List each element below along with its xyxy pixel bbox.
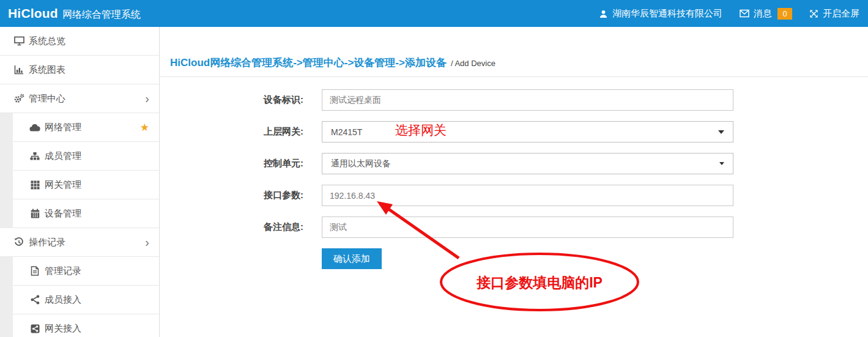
sidebar-item-label: 操作记录: [29, 237, 65, 248]
sidebar-item-gateway-access[interactable]: 网关接入: [13, 314, 159, 337]
main-content: HiCloud网络综合管理系统->管理中心->设备管理->添加设备 / Add …: [159, 27, 868, 337]
messages-label: 消息: [754, 8, 772, 20]
form-row: 上层网关: M2415T: [264, 121, 868, 143]
messages-count-badge: 0: [777, 8, 792, 20]
chevron-right-icon: ›: [145, 92, 149, 105]
remark-input[interactable]: [322, 217, 733, 238]
control-unit-label: 控制单元:: [264, 158, 322, 169]
company-label: 湖南华辰智通科技有限公司: [612, 8, 722, 20]
interface-param-input[interactable]: [322, 185, 733, 206]
bar-chart-icon: [13, 65, 24, 75]
fullscreen-toggle[interactable]: 开启全屏: [809, 8, 859, 20]
sidebar-item-gateway-management[interactable]: 网关管理: [13, 171, 159, 199]
sidebar-item-device-management[interactable]: 设备管理: [13, 199, 159, 228]
remark-label: 备注信息:: [264, 221, 322, 233]
caret-down-icon: [719, 162, 724, 165]
sidebar-item-network-management[interactable]: 网络管理 ★: [13, 113, 159, 142]
user-icon: [599, 9, 608, 18]
breadcrumb-path: HiCloud网络综合管理系统->管理中心->设备管理->添加设备: [170, 56, 447, 70]
interface-param-label: 接口参数:: [264, 190, 322, 201]
topbar: HiCloud 网络综合管理系统 湖南华辰智通科技有限公司 消息 0: [0, 0, 868, 27]
caret-down-icon: [718, 130, 724, 134]
sidebar-item-label: 系统总览: [29, 35, 65, 47]
sidebar-item-system-overview[interactable]: 系统总览: [0, 27, 159, 56]
sidebar-item-management-center[interactable]: 管理中心 ›: [0, 84, 159, 113]
device-id-label: 设备标识:: [264, 94, 322, 106]
confirm-add-button[interactable]: 确认添加: [322, 248, 382, 269]
history-icon: [13, 237, 24, 247]
sidebar-item-management-records[interactable]: 管理记录: [13, 257, 159, 286]
upper-gateway-value: M2415T: [331, 127, 362, 137]
calendar-icon: [29, 209, 40, 218]
share-icon: [29, 295, 40, 305]
company-menu[interactable]: 湖南华辰智通科技有限公司: [599, 8, 722, 20]
device-id-input[interactable]: [322, 89, 733, 111]
app-brand[interactable]: HiCloud 网络综合管理系统: [0, 6, 165, 21]
control-unit-value: 通用以太网设备: [331, 158, 391, 169]
sidebar-item-label: 设备管理: [45, 208, 81, 220]
form-row: 备注信息:: [264, 217, 868, 238]
page: HiCloud 网络综合管理系统 湖南华辰智通科技有限公司 消息 0: [0, 0, 868, 337]
share-square-icon: [29, 324, 40, 333]
gears-icon: [13, 94, 24, 103]
fullscreen-icon: [809, 9, 818, 18]
brand-name: HiCloud: [8, 6, 58, 21]
chevron-right-icon: ›: [145, 236, 149, 248]
document-icon: [29, 266, 40, 276]
sidebar-item-label: 成员接入: [45, 294, 81, 306]
breadcrumb-suffix: / Add Device: [451, 59, 495, 68]
star-icon[interactable]: ★: [140, 122, 149, 133]
sitemap-icon: [29, 152, 40, 161]
sidebar-item-member-access[interactable]: 成员接入: [13, 286, 159, 314]
form-row: 控制单元: 通用以太网设备: [264, 153, 868, 174]
breadcrumb: HiCloud网络综合管理系统->管理中心->设备管理->添加设备 / Add …: [160, 27, 868, 77]
sidebar-item-system-charts[interactable]: 系统图表: [0, 56, 159, 84]
add-device-form: 设备标识: 上层网关: M2415T 控制单元: 通用以太网设备 接口参数:: [160, 77, 868, 269]
envelope-icon: [740, 9, 749, 18]
control-unit-select[interactable]: 通用以太网设备: [322, 153, 733, 174]
cloud-icon: [29, 124, 40, 131]
sidebar-item-label: 网关接入: [45, 323, 81, 335]
grid-icon: [29, 180, 40, 190]
sidebar-item-label: 网关管理: [45, 179, 81, 191]
upper-gateway-label: 上层网关:: [264, 126, 322, 138]
form-row: 接口参数:: [264, 185, 868, 206]
form-row: 设备标识:: [264, 89, 868, 111]
sidebar-item-label: 成员管理: [45, 150, 81, 162]
topbar-right: 湖南华辰智通科技有限公司 消息 0 开启全屏: [599, 8, 868, 20]
brand-suffix: 网络综合管理系统: [62, 9, 141, 21]
sidebar-item-label: 管理记录: [45, 265, 81, 277]
sidebar-item-label: 系统图表: [29, 64, 65, 76]
messages-menu[interactable]: 消息 0: [740, 8, 792, 20]
upper-gateway-select[interactable]: M2415T: [322, 121, 733, 143]
fullscreen-label: 开启全屏: [823, 8, 859, 20]
sidebar-item-label: 管理中心: [29, 93, 65, 105]
sidebar: 系统总览 系统图表 管理中心 › 网络管理 ★ 成员管理: [0, 27, 159, 337]
sidebar-item-label: 网络管理: [45, 122, 81, 133]
sidebar-item-member-management[interactable]: 成员管理: [13, 142, 159, 171]
sidebar-item-operation-records[interactable]: 操作记录 ›: [0, 228, 159, 257]
desktop-icon: [13, 36, 24, 46]
